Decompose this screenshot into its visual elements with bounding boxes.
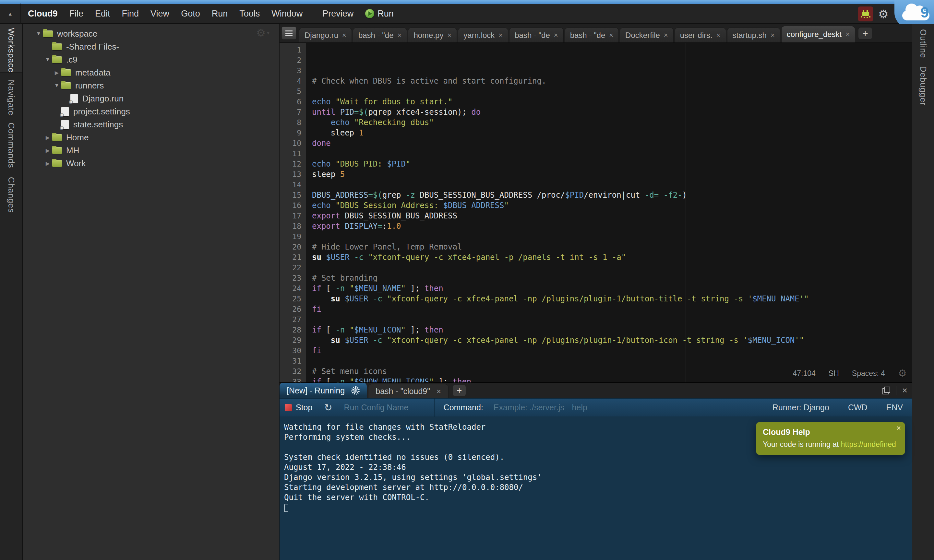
- cloud9-logo[interactable]: 9: [902, 8, 929, 20]
- editor-tab-user-dirs-[interactable]: user-dirs.×: [675, 28, 726, 43]
- tab-close-icon[interactable]: ×: [845, 30, 850, 38]
- editor-tab-dockerfile[interactable]: Dockerfile×: [620, 28, 674, 43]
- debugger-bug-icon[interactable]: [858, 6, 873, 22]
- menu-item-window[interactable]: Window: [266, 4, 308, 23]
- run-config-name-input[interactable]: [344, 403, 425, 412]
- tab-close-icon[interactable]: ×: [664, 31, 668, 40]
- tree-item-home[interactable]: ▶Home: [23, 131, 279, 144]
- sidebar-tab-debugger[interactable]: Debugger: [918, 66, 928, 106]
- menu-item-goto[interactable]: Goto: [175, 4, 206, 23]
- tree-expand-arrow-icon[interactable]: ▶: [52, 70, 61, 76]
- tree-expand-arrow-icon[interactable]: ▶: [43, 148, 52, 154]
- tree-expand-arrow-icon[interactable]: ▶: [43, 134, 52, 141]
- code-line: su $USER -c "xfconf-query -c xfce4-panel…: [312, 335, 912, 345]
- command-label: Command:: [444, 403, 483, 412]
- menu-collapse-button[interactable]: ▲: [0, 3, 21, 24]
- sidebar-tab-changes[interactable]: Changes: [6, 177, 16, 213]
- tree-item-work[interactable]: ▶Work: [23, 157, 279, 170]
- editor-tab-bash-de[interactable]: bash - "de×: [353, 28, 407, 43]
- file-tree: ▼workspace-Shared Files-▼.c9▶metadata▼ru…: [23, 24, 279, 170]
- tab-label: yarn.lock: [464, 31, 495, 40]
- tree-expand-arrow-icon[interactable]: ▶: [43, 160, 52, 166]
- menu-item-find[interactable]: Find: [116, 4, 145, 23]
- tree-collapse-arrow-icon[interactable]: ▼: [52, 83, 61, 88]
- tab-close-icon[interactable]: ×: [436, 387, 441, 396]
- sidebar-tab-navigate[interactable]: Navigate: [6, 80, 16, 116]
- tree-settings-button[interactable]: ⚙ ▾: [256, 26, 270, 39]
- editor-tab-configure-deskt[interactable]: configure_deskt×: [781, 26, 855, 43]
- tree-item-mh[interactable]: ▶MH: [23, 144, 279, 157]
- menu-item-file[interactable]: File: [63, 4, 89, 23]
- tab-close-icon[interactable]: ×: [771, 31, 775, 40]
- run-button[interactable]: Run: [361, 9, 398, 19]
- code-line: echo "DBUS Session Address: $DBUS_ADDRES…: [312, 200, 912, 211]
- menu-item-view[interactable]: View: [145, 4, 175, 23]
- cursor-position[interactable]: 47:104: [792, 368, 815, 378]
- tree-item-metadata[interactable]: ▶metadata: [23, 66, 279, 79]
- env-button[interactable]: ENV: [886, 403, 903, 412]
- tab-list-button[interactable]: [282, 26, 296, 40]
- console-new-tab-button[interactable]: +: [452, 385, 466, 396]
- menu-item-cloud9[interactable]: Cloud9: [21, 4, 63, 23]
- settings-gear-icon[interactable]: ⚙: [878, 8, 889, 21]
- editor-tab-django-ru[interactable]: Django.ru×: [299, 28, 352, 43]
- command-input[interactable]: [493, 403, 662, 412]
- code-line: export DBUS_SESSION_BUS_ADDRESS: [312, 211, 912, 221]
- editor-tab-bash-de[interactable]: bash - "de×: [509, 28, 563, 43]
- tab-close-icon[interactable]: ×: [342, 31, 346, 40]
- editor-tab-yarn-lock[interactable]: yarn.lock×: [458, 28, 508, 43]
- console-tab-bash-cloud9-[interactable]: bash - "cloud9"×: [368, 384, 449, 398]
- code-line: fi: [312, 304, 912, 314]
- tab-close-icon[interactable]: ×: [609, 31, 613, 40]
- new-tab-button[interactable]: +: [858, 27, 872, 40]
- editor-tab-startup-sh[interactable]: startup.sh×: [727, 28, 780, 43]
- tree-item-workspace[interactable]: ▼workspace: [23, 27, 279, 40]
- menu-item-edit[interactable]: Edit: [89, 4, 116, 23]
- tab-close-icon[interactable]: ×: [447, 31, 452, 40]
- gear-icon: ⚙: [256, 26, 266, 39]
- syntax-mode[interactable]: SH: [829, 368, 839, 378]
- editor-tab-bash-de[interactable]: bash - "de×: [565, 28, 619, 43]
- tab-label: user-dirs.: [680, 31, 712, 40]
- tree-item-label: Work: [66, 158, 86, 169]
- tab-close-icon[interactable]: ×: [398, 31, 402, 40]
- tree-collapse-arrow-icon[interactable]: ▼: [43, 57, 52, 63]
- left-dock-strip: WorkspaceNavigateCommandsChanges: [0, 24, 23, 560]
- sidebar-tab-commands[interactable]: Commands: [6, 123, 16, 168]
- preview-button[interactable]: Preview: [315, 9, 361, 19]
- tree-item-runners[interactable]: ▼runners: [23, 79, 279, 92]
- menu-item-run[interactable]: Run: [206, 4, 234, 23]
- console-tab--new-running[interactable]: [New] - Running: [279, 383, 367, 398]
- line-number: 23: [279, 273, 301, 283]
- sidebar-tab-workspace[interactable]: Workspace: [6, 28, 16, 73]
- tab-close-icon[interactable]: ×: [554, 31, 558, 40]
- tree-item--c9[interactable]: ▼.c9: [23, 53, 279, 66]
- line-number: 15: [279, 190, 301, 200]
- code-editor[interactable]: 1234567891011121314151617181920212223242…: [279, 43, 912, 382]
- editor-tab-home-py[interactable]: home.py×: [408, 28, 457, 43]
- restart-icon[interactable]: ↻: [324, 402, 332, 413]
- tree-item-django-run[interactable]: Django.run: [23, 92, 279, 105]
- cwd-button[interactable]: CWD: [848, 403, 868, 412]
- editor-settings-gear-icon[interactable]: ⚙: [898, 368, 907, 378]
- file-tree-panel: ⚙ ▾ ▼workspace-Shared Files-▼.c9▶metadat…: [23, 24, 279, 560]
- sidebar-tab-outline[interactable]: Outline: [918, 29, 928, 58]
- runner-selector[interactable]: Runner: Django: [772, 403, 829, 412]
- cloud9-ide-window: ▲ Cloud9FileEditFindViewGotoRunToolsWind…: [0, 0, 934, 560]
- tab-close-icon[interactable]: ×: [498, 31, 502, 40]
- code-line: echo "Rechecking dbus": [312, 117, 912, 128]
- tree-item-state-settings[interactable]: state.settings: [23, 118, 279, 131]
- indent-setting[interactable]: Spaces: 4: [852, 368, 885, 378]
- running-url-link[interactable]: https://undefined: [841, 440, 896, 449]
- menu-item-tools[interactable]: Tools: [233, 4, 266, 23]
- stop-button[interactable]: Stop: [285, 403, 312, 412]
- console-close-icon[interactable]: ×: [902, 385, 908, 396]
- tree-collapse-arrow-icon[interactable]: ▼: [34, 31, 43, 37]
- file-icon: [61, 120, 69, 129]
- maximize-icon[interactable]: [882, 387, 890, 394]
- popup-close-icon[interactable]: ×: [896, 423, 901, 432]
- tree-item--shared-files-[interactable]: -Shared Files-: [23, 40, 279, 53]
- console-tab-label: bash - "cloud9": [376, 387, 430, 396]
- tab-close-icon[interactable]: ×: [717, 31, 721, 40]
- tree-item-project-settings[interactable]: project.settings: [23, 105, 279, 118]
